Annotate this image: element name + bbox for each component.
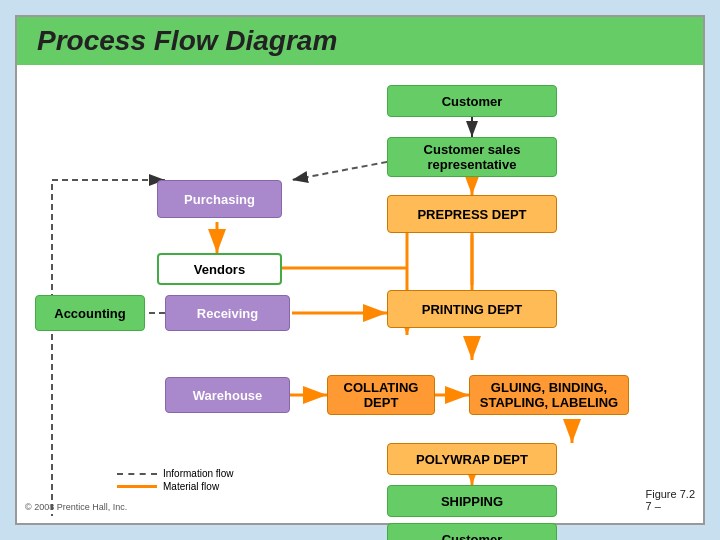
vendors-box: Vendors [157,253,282,285]
title-bar: Process Flow Diagram [17,17,703,65]
svg-line-5 [292,160,397,180]
accounting-box: Accounting [35,295,145,331]
figure-label: Figure 7.2 7 – [645,488,695,512]
arrows-svg [17,65,703,516]
gluing-box: GLUING, BINDING, STAPLING, LABELING [469,375,629,415]
dashed-line-icon [117,473,157,475]
printing-box: PRINTING DEPT [387,290,557,328]
customer-sales-box: Customer sales representative [387,137,557,177]
solid-line-icon [117,485,157,488]
diagram-area: Customer Customer sales representative P… [17,65,703,516]
collating-box: COLLATING DEPT [327,375,435,415]
main-container: Process Flow Diagram [15,15,705,525]
polywrap-box: POLYWRAP DEPT [387,443,557,475]
customer-top-box: Customer [387,85,557,117]
legend: Information flow Material flow [117,468,234,494]
warehouse-box: Warehouse [165,377,290,413]
shipping-box: SHIPPING [387,485,557,517]
legend-material: Material flow [117,481,234,492]
legend-info: Information flow [117,468,234,479]
prepress-box: PREPRESS DEPT [387,195,557,233]
purchasing-box: Purchasing [157,180,282,218]
page-title: Process Flow Diagram [37,25,337,56]
customer-bottom-box: Customer [387,523,557,540]
footer-text: © 2008 Prentice Hall, Inc. [25,502,127,512]
receiving-box: Receiving [165,295,290,331]
